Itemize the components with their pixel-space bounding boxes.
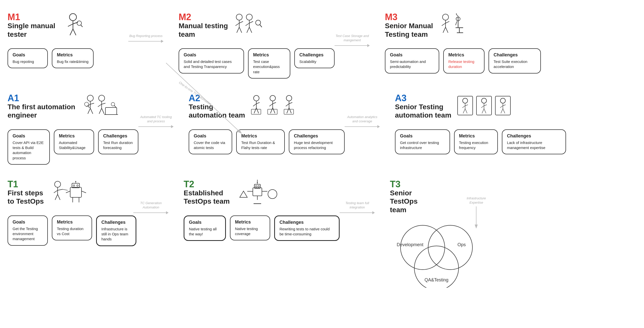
svg-point-129 bbox=[268, 190, 277, 199]
a3-challenges-card: Challenges Lack of infrastructure manage… bbox=[502, 129, 566, 155]
connector-t1-t2-label: TC Generation Automation bbox=[133, 201, 169, 210]
svg-point-121 bbox=[258, 186, 259, 187]
svg-line-19 bbox=[249, 27, 252, 33]
m2-metrics-title: Metrics bbox=[253, 52, 285, 58]
svg-line-42 bbox=[90, 103, 94, 104]
a1-goals-content: Cover API via E2E tests & Build automati… bbox=[13, 140, 45, 161]
svg-point-86 bbox=[481, 98, 487, 103]
a2-challenges-card: Challenges Huge test development process… bbox=[289, 129, 345, 155]
a1-challenges-title: Challenges bbox=[103, 133, 133, 139]
stage-a3: A3 Senior Testing automation team bbox=[395, 94, 566, 155]
m1-goals-card: Goals Bug repoting bbox=[8, 48, 48, 68]
t2-cards: Goals Native testing all the way! Metric… bbox=[184, 215, 340, 241]
a1-metrics-title: Metrics bbox=[59, 133, 89, 139]
svg-rect-63 bbox=[251, 109, 261, 114]
t2-goals-title: Goals bbox=[189, 220, 221, 225]
svg-line-12 bbox=[237, 27, 239, 33]
m1-metrics-title: Metrics bbox=[57, 52, 89, 58]
svg-line-97 bbox=[501, 109, 503, 113]
venn-ops-label: Ops bbox=[457, 242, 466, 247]
m3-challenges-content: Test Suite execution acceleration bbox=[494, 59, 536, 69]
svg-line-60 bbox=[256, 102, 260, 104]
a3-metrics-card: Metrics Testing execution frequency bbox=[454, 129, 498, 155]
svg-line-4 bbox=[70, 29, 73, 35]
t2-challenges-card: Challenges Rewriting tests to native cou… bbox=[274, 215, 340, 241]
stage-a2-name: Testing automation team bbox=[189, 103, 245, 120]
svg-line-27 bbox=[446, 27, 448, 33]
m3-goals-content: Semi-automation and predictability bbox=[390, 59, 434, 69]
venn-diagram: Development Ops QA&Testing bbox=[390, 220, 475, 288]
a2-metrics-content: Test Run Duration & Flahy tests rate bbox=[241, 140, 280, 151]
svg-line-17 bbox=[249, 21, 253, 23]
stage-a3-name: Senior Testing automation team bbox=[395, 103, 451, 120]
svg-line-48 bbox=[102, 103, 105, 104]
svg-line-91 bbox=[484, 109, 486, 113]
stage-t2-name: Established TestOps team bbox=[184, 189, 230, 206]
manual-testing-row: M1 Single manual tester Goals Bug repoti… bbox=[8, 13, 636, 79]
a2-challenges-title: Challenges bbox=[294, 133, 340, 139]
connector-a1-a2-label: Automated TC tooling and process bbox=[138, 115, 174, 124]
stage-t3-id: T3 bbox=[390, 180, 418, 189]
svg-point-93 bbox=[500, 98, 505, 103]
stage-t1: T1 First steps to TestOps bbox=[8, 180, 133, 246]
a2-metrics-card: Metrics Test Run Duration & Flahy tests … bbox=[236, 129, 285, 155]
m2-challenges-content: Scalability bbox=[299, 59, 330, 64]
t1-goals-card: Goals Get the Testing environment manage… bbox=[8, 215, 48, 246]
svg-line-49 bbox=[99, 108, 102, 114]
connector-t1-t2: TC Generation Automation bbox=[133, 180, 184, 214]
svg-line-7 bbox=[81, 25, 83, 27]
svg-line-98 bbox=[503, 109, 505, 113]
svg-line-59 bbox=[253, 104, 256, 106]
t1-t2-arrow bbox=[133, 211, 169, 214]
stage-t2-id: T2 bbox=[184, 180, 230, 189]
svg-line-104 bbox=[58, 189, 63, 190]
svg-rect-70 bbox=[268, 109, 277, 114]
svg-point-20 bbox=[256, 20, 261, 25]
t2-t3-arrow bbox=[340, 211, 375, 214]
a1-metrics-content: Automated Stability&Usage bbox=[59, 140, 89, 151]
svg-point-71 bbox=[286, 95, 292, 101]
t1-challenges-card: Challenges Infrastructure is still in Op… bbox=[96, 215, 136, 246]
t2-metrics-content: Native testing coverage bbox=[235, 226, 265, 237]
m2-cards: Goals Solid and detailed test cases and … bbox=[179, 48, 335, 79]
svg-line-47 bbox=[98, 104, 102, 107]
svg-line-103 bbox=[54, 190, 58, 193]
svg-point-57 bbox=[254, 95, 259, 101]
m1-goals-content: Bug repoting bbox=[13, 59, 43, 64]
venn-dev-label: Development bbox=[397, 242, 423, 247]
stage-a1-id: A1 bbox=[8, 94, 75, 103]
svg-rect-51 bbox=[105, 107, 117, 115]
svg-line-106 bbox=[58, 194, 60, 200]
svg-line-96 bbox=[503, 105, 506, 106]
svg-point-8 bbox=[236, 14, 242, 20]
a1-cards: Goals Cover API via E2E tests & Build au… bbox=[8, 129, 138, 165]
a3-goals-card: Goals Get control over testing infrastru… bbox=[395, 129, 450, 155]
svg-line-67 bbox=[273, 102, 276, 104]
connector-a2-a3: Automation analytics and coverage bbox=[345, 94, 395, 128]
stage-a1: A1 The first automation engineer bbox=[8, 94, 138, 165]
m2-goals-card: Goals Solid and detailed test cases and … bbox=[179, 48, 244, 74]
m3-goals-title: Goals bbox=[390, 52, 434, 58]
svg-line-16 bbox=[246, 23, 249, 26]
stage-m3-name: Senior Manual Testing team bbox=[385, 22, 433, 39]
svg-point-14 bbox=[246, 14, 252, 20]
svg-line-73 bbox=[286, 104, 289, 106]
stage-t3-name: Senior TestOps team bbox=[390, 189, 418, 214]
m2-goals-title: Goals bbox=[184, 52, 239, 58]
svg-line-44 bbox=[90, 108, 93, 114]
svg-line-84 bbox=[465, 109, 467, 113]
m3-metrics-title: Metrics bbox=[448, 52, 479, 58]
m2-challenges-title: Challenges bbox=[299, 52, 330, 58]
m3-metrics-content: Release testing duration bbox=[448, 59, 479, 69]
stage-a2-id: A2 bbox=[189, 94, 245, 103]
t1-challenges-title: Challenges bbox=[101, 220, 131, 225]
svg-point-133 bbox=[428, 225, 472, 270]
svg-line-75 bbox=[287, 108, 289, 113]
t2-metrics-card: Metrics Native testing coverage bbox=[230, 215, 270, 241]
a2-challenges-content: Huge test development process refactorin… bbox=[294, 140, 340, 151]
svg-point-110 bbox=[77, 185, 78, 186]
t1-cards: Goals Get the Testing environment manage… bbox=[8, 215, 136, 246]
stage-a2: A2 Testing automation team bbox=[189, 94, 345, 155]
m2-m3-arrow bbox=[335, 44, 370, 47]
stage-m3-id: M3 bbox=[385, 13, 433, 22]
